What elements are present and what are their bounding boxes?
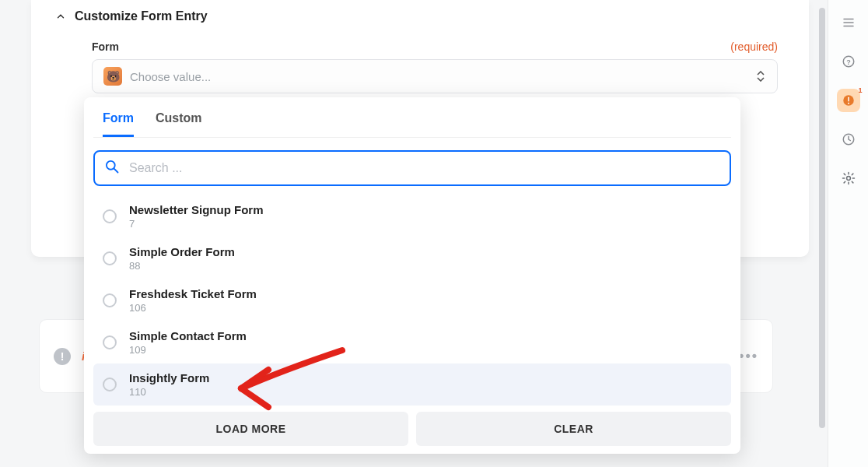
svg-rect-7 [848, 97, 849, 102]
scrollbar[interactable] [819, 8, 825, 459]
clock-icon[interactable] [837, 128, 860, 151]
option-freshdesk-ticket-form[interactable]: Freshdesk Ticket Form 106 [93, 279, 731, 321]
select-placeholder: Choose value... [130, 70, 747, 83]
gear-icon[interactable] [837, 167, 860, 190]
load-more-button[interactable]: LOAD MORE [93, 412, 408, 446]
svg-point-8 [848, 103, 849, 104]
menu-icon[interactable] [837, 11, 860, 34]
alert-icon[interactable]: 1 [837, 89, 860, 112]
svg-point-10 [846, 177, 850, 181]
annotation-arrow [222, 339, 354, 416]
radio-icon [103, 335, 117, 349]
search-container [93, 150, 731, 186]
tab-custom[interactable]: Custom [156, 111, 202, 137]
search-icon [104, 159, 120, 177]
option-insightly-form[interactable]: Insightly Form 110 [93, 363, 731, 406]
option-newsletter-signup-form[interactable]: Newsletter Signup Form 7 [93, 195, 731, 237]
option-simple-order-form[interactable]: Simple Order Form 88 [93, 237, 731, 279]
option-simple-contact-form[interactable]: Simple Contact Form 109 [93, 321, 731, 363]
tab-form[interactable]: Form [103, 111, 134, 137]
search-input[interactable] [129, 161, 720, 175]
radio-icon [103, 251, 117, 265]
sort-arrows-icon [755, 71, 766, 82]
more-icon[interactable]: ••• [739, 348, 758, 364]
scrollbar-thumb[interactable] [819, 8, 825, 428]
help-icon[interactable]: ? [837, 50, 860, 73]
svg-line-3 [114, 169, 118, 173]
right-rail: ? 1 [828, 0, 868, 467]
radio-icon [103, 377, 117, 392]
radio-icon [103, 209, 117, 223]
alert-badge: 1 [858, 86, 862, 94]
section-title: Customize Form Entry [75, 9, 208, 23]
chevron-up-icon[interactable] [54, 10, 67, 23]
required-indicator: (required) [730, 40, 778, 53]
app-icon: 🐻 [103, 67, 122, 86]
svg-text:?: ? [846, 58, 851, 66]
option-list: Newsletter Signup Form 7 Simple Order Fo… [93, 195, 731, 406]
form-dropdown-panel: Form Custom Newsletter Signup Form 7 Sim… [84, 97, 740, 454]
clear-button[interactable]: CLEAR [416, 412, 731, 446]
radio-icon [103, 293, 117, 307]
warning-icon: ! [54, 348, 71, 365]
form-select-trigger[interactable]: 🐻 Choose value... [92, 59, 778, 93]
field-label-form: Form [92, 40, 119, 53]
